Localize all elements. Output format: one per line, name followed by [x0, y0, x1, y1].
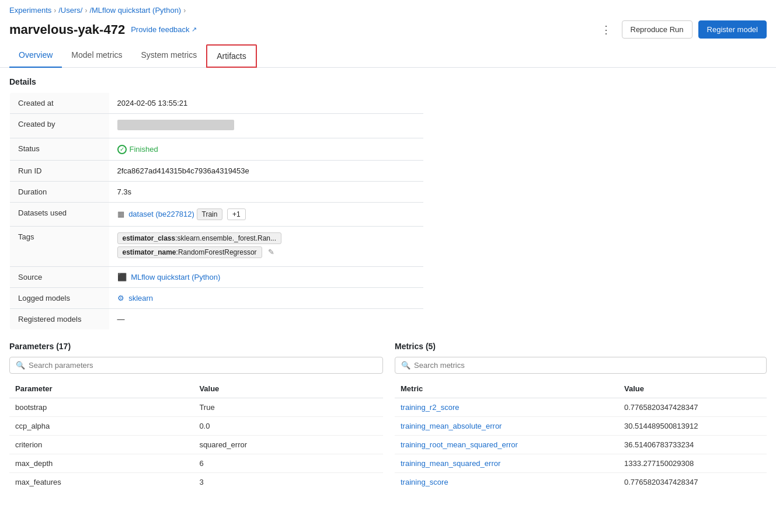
metric-col-header: Metric	[395, 380, 618, 398]
breadcrumb-notebook[interactable]: /MLflow quickstart (Python)	[89, 6, 181, 15]
tag-pill-2: estimator_name: RandomForestRegressor	[117, 246, 262, 258]
register-model-button[interactable]: Register model	[698, 20, 767, 39]
param-col-header: Parameter	[9, 380, 193, 398]
status-icon: ✓	[117, 145, 127, 154]
param-name: max_features	[9, 472, 193, 491]
metric-value: 0.7765820347428347	[618, 398, 767, 416]
metric-link[interactable]: training_score	[401, 478, 448, 486]
key-status: Status	[10, 138, 109, 161]
tabs: Overview Model metrics System metrics Ar…	[0, 44, 776, 68]
tab-model-metrics[interactable]: Model metrics	[62, 44, 131, 68]
val-source: ⬛ MLflow quickstart (Python)	[109, 266, 424, 287]
metrics-search-input[interactable]	[414, 361, 760, 370]
table-row: Source ⬛ MLflow quickstart (Python)	[10, 266, 424, 287]
table-row: Run ID 2fca8627ad414315b4c7936a4319453e	[10, 160, 424, 181]
key-created-by: Created by	[10, 114, 109, 138]
val-duration: 7.3s	[109, 181, 424, 202]
breadcrumb: Experiments › /Users/ › /MLflow quicksta…	[0, 0, 776, 18]
metrics-section: Metrics (5) 🔍 Metric Value training_r2_s…	[395, 342, 767, 491]
tag-row-1: estimator_class: sklearn.ensemble._fores…	[117, 232, 416, 244]
key-source: Source	[10, 266, 109, 287]
edit-tag-icon[interactable]: ✎	[268, 248, 274, 256]
table-row: Duration 7.3s	[10, 181, 424, 202]
breadcrumb-sep3: ›	[183, 6, 186, 15]
tag-row-2: estimator_name: RandomForestRegressor ✎	[117, 246, 416, 258]
breadcrumb-experiments[interactable]: Experiments	[9, 6, 51, 15]
external-link-icon: ↗	[192, 26, 197, 33]
reproduce-run-button[interactable]: Reproduce Run	[622, 20, 693, 39]
parameters-section: Parameters (17) 🔍 Parameter Value bootst…	[9, 342, 383, 491]
table-row: training_root_mean_squared_error36.51406…	[395, 435, 767, 454]
val-status: ✓ Finished	[109, 138, 424, 161]
table-row: training_mean_absolute_error30.514489500…	[395, 416, 767, 435]
metric-name[interactable]: training_r2_score	[395, 398, 618, 416]
metric-name[interactable]: training_mean_squared_error	[395, 454, 618, 472]
metrics-title: Metrics (5)	[395, 342, 767, 351]
param-value: 6	[193, 454, 383, 472]
table-row: Created at 2024-02-05 13:55:21	[10, 93, 424, 114]
tab-system-metrics[interactable]: System metrics	[132, 44, 207, 68]
param-name: bootstrap	[9, 398, 193, 416]
source-link[interactable]: MLflow quickstart (Python)	[131, 273, 220, 281]
dataset-plus-badge[interactable]: +1	[227, 208, 246, 220]
parameters-search-box[interactable]: 🔍	[9, 357, 383, 374]
metric-name[interactable]: training_mean_absolute_error	[395, 416, 618, 435]
val-registered-models: —	[109, 308, 424, 329]
metric-link[interactable]: training_r2_score	[401, 403, 459, 412]
table-row: Logged models ⚙ sklearn	[10, 287, 424, 308]
tab-overview[interactable]: Overview	[9, 44, 62, 68]
metric-name[interactable]: training_root_mean_squared_error	[395, 435, 618, 454]
parameters-search-input[interactable]	[29, 361, 377, 370]
content: Details Created at 2024-02-05 13:55:21 C…	[0, 68, 776, 500]
run-name: marvelous-yak-472	[9, 22, 125, 37]
val-datasets: ▦ dataset (be227812) Train +1	[109, 202, 424, 226]
parameters-title: Parameters (17)	[9, 342, 383, 351]
source-notebook-icon: ⬛	[117, 273, 127, 281]
table-row: Datasets used ▦ dataset (be227812) Train…	[10, 202, 424, 226]
breadcrumb-sep1: ›	[54, 6, 56, 15]
parameters-table: Parameter Value bootstrapTrueccp_alpha0.…	[9, 380, 383, 491]
dataset-train-tag: Train	[197, 208, 223, 220]
tag1-val: sklearn.ensemble._forest.Ran...	[178, 234, 276, 242]
table-row: Registered models —	[10, 308, 424, 329]
param-name: ccp_alpha	[9, 416, 193, 435]
metric-link[interactable]: training_root_mean_squared_error	[401, 440, 518, 449]
param-value: True	[193, 398, 383, 416]
metric-value: 1333.277150029308	[618, 454, 767, 472]
metrics-search-box[interactable]: 🔍	[395, 357, 767, 374]
more-options-button[interactable]: ⋮	[596, 21, 616, 39]
dataset-link[interactable]: dataset (be227812)	[128, 210, 194, 218]
metrics-header-row: Metric Value	[395, 380, 767, 398]
value-col-header: Value	[193, 380, 383, 398]
tab-artifacts[interactable]: Artifacts	[206, 44, 257, 68]
table-row: max_depth6	[9, 454, 383, 472]
logged-model-link[interactable]: sklearn	[128, 294, 153, 302]
table-row: training_score0.7765820347428347	[395, 472, 767, 491]
param-name: max_depth	[9, 454, 193, 472]
param-value: 0.0	[193, 416, 383, 435]
param-value: squared_error	[193, 435, 383, 454]
param-value: 3	[193, 472, 383, 491]
table-row: Status ✓ Finished	[10, 138, 424, 161]
metric-link[interactable]: training_mean_squared_error	[401, 459, 500, 468]
table-row: Created by	[10, 114, 424, 138]
val-created-by	[109, 114, 424, 138]
key-datasets: Datasets used	[10, 202, 109, 226]
table-row: bootstrapTrue	[9, 398, 383, 416]
status-text: Finished	[130, 145, 158, 154]
metrics-table: Metric Value training_r2_score0.77658203…	[395, 380, 767, 491]
breadcrumb-sep2: ›	[85, 6, 87, 15]
val-tags: estimator_class: sklearn.ensemble._fores…	[109, 226, 424, 266]
metric-name[interactable]: training_score	[395, 472, 618, 491]
dataset-icon: ▦	[117, 210, 124, 218]
val-logged-models: ⚙ sklearn	[109, 287, 424, 308]
metric-link[interactable]: training_mean_absolute_error	[401, 422, 502, 430]
status-badge: ✓ Finished	[117, 145, 158, 154]
feedback-link[interactable]: Provide feedback ↗	[131, 25, 196, 34]
feedback-label: Provide feedback	[131, 25, 189, 34]
table-row: Tags estimator_class: sklearn.ensemble._…	[10, 226, 424, 266]
tag-pill-1: estimator_class: sklearn.ensemble._fores…	[117, 232, 282, 244]
metric-value: 30.514489500813912	[618, 416, 767, 435]
tag2-val: RandomForestRegressor	[178, 248, 257, 256]
breadcrumb-users[interactable]: /Users/	[58, 6, 82, 15]
